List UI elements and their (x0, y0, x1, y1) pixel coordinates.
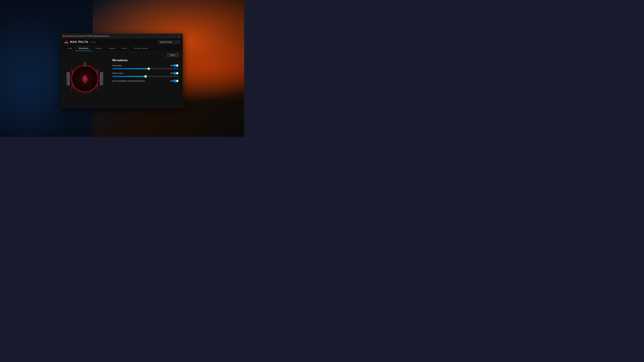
perfect-voice-toggle-track[interactable] (173, 72, 178, 75)
tab-bar: Audio Microphone Settings Lighting Power… (62, 46, 183, 51)
svg-rect-9 (102, 73, 103, 73)
title-bar: R Armoury Crate Gear (RF 2.4GHz Wireless… (62, 34, 183, 38)
rog-logo-icon: ROG (64, 40, 69, 44)
svg-text:R: R (64, 35, 64, 36)
echo-cancellation-toggle-thumb (176, 80, 178, 82)
tab-firmware[interactable]: Firmware Update (130, 46, 151, 51)
reset-button[interactable]: Reset (167, 53, 178, 57)
restore-button[interactable]: □ (172, 34, 176, 38)
svg-rect-11 (102, 75, 103, 76)
brand-version: 1.0.1.6 (90, 41, 96, 43)
close-button[interactable]: ✕ (176, 34, 181, 38)
headphone-frame-left (66, 72, 70, 85)
content-area: Reset Microphone Noise Gate ON (62, 51, 183, 106)
echo-cancellation-header: Echo Cancellation and Noise Reduction ON (112, 80, 178, 82)
tab-lighting[interactable]: Lighting (105, 46, 118, 51)
perfect-voice-label: Perfect Voice (112, 72, 123, 74)
noise-gate-control: Noise Gate ON (112, 64, 178, 69)
svg-rect-8 (67, 78, 68, 78)
svg-rect-4 (67, 73, 68, 73)
svg-rect-10 (102, 74, 103, 75)
app-header: ROG ROG PELTA 1.0.1.6 Default Profile ▾ (62, 38, 183, 46)
tab-audio[interactable]: Audio (64, 46, 76, 51)
mic-visualization-panel (62, 51, 108, 106)
perfect-voice-toggle-thumb (176, 72, 178, 74)
svg-rect-13 (102, 78, 103, 78)
logo-area: ROG ROG PELTA 1.0.1.6 (64, 40, 96, 44)
minimize-button[interactable]: − (166, 34, 171, 38)
noise-gate-toggle-thumb (176, 64, 178, 66)
profile-dropdown[interactable]: Default Profile ▾ (158, 40, 180, 44)
echo-cancellation-toggle-label: ON (170, 80, 173, 82)
perfect-voice-control: Perfect Voice ON (112, 72, 178, 77)
noise-gate-slider-container (112, 68, 178, 69)
tab-settings[interactable]: Settings (92, 46, 105, 51)
microphone-icon (80, 74, 90, 83)
svg-text:ROG: ROG (65, 42, 68, 43)
noise-gate-toggle[interactable]: ON (170, 64, 179, 67)
mic-visualization (66, 60, 103, 97)
echo-cancellation-control: Echo Cancellation and Noise Reduction ON (112, 80, 178, 84)
svg-rect-5 (67, 74, 68, 75)
title-bar-left: R Armoury Crate Gear (RF 2.4GHz Wireless… (63, 35, 109, 37)
svg-rect-6 (67, 75, 68, 76)
noise-gate-toggle-label: ON (170, 65, 173, 66)
noise-gate-toggle-track[interactable] (173, 64, 178, 67)
noise-gate-header: Noise Gate ON (112, 64, 178, 67)
controls-panel: Reset Microphone Noise Gate ON (108, 51, 183, 106)
tab-microphone[interactable]: Microphone (76, 46, 92, 51)
tab-power[interactable]: Power (118, 46, 130, 51)
svg-rect-16 (84, 76, 86, 79)
dropdown-arrow-icon: ▾ (178, 41, 178, 43)
app-window: R Armoury Crate Gear (RF 2.4GHz Wireless… (61, 33, 183, 108)
echo-cancellation-label: Echo Cancellation and Noise Reduction (112, 80, 145, 82)
perfect-voice-header: Perfect Voice ON (112, 72, 178, 75)
headphone-frame-top (84, 62, 86, 67)
perfect-voice-toggle-label: ON (170, 72, 173, 74)
echo-cancellation-toggle-track[interactable] (173, 80, 178, 82)
profile-label: Default Profile (160, 41, 172, 43)
rog-taskbar-icon: R (63, 35, 65, 37)
perfect-voice-slider-container (112, 76, 178, 77)
svg-rect-12 (102, 76, 103, 77)
brand-name: ROG PELTA 1.0.1.6 (70, 40, 96, 43)
headphone-circle (72, 65, 98, 92)
headphone-frame-right (100, 72, 103, 85)
noise-gate-label: Noise Gate (112, 64, 122, 66)
section-title: Microphone (112, 59, 178, 62)
perfect-voice-toggle[interactable]: ON (170, 72, 179, 75)
reset-row: Reset (112, 53, 178, 57)
echo-cancellation-toggle[interactable]: ON (170, 80, 179, 82)
window-title: Armoury Crate Gear (RF 2.4GHz Wireless R… (66, 35, 109, 37)
window-controls: − □ ✕ (166, 34, 181, 38)
svg-rect-7 (67, 76, 68, 77)
